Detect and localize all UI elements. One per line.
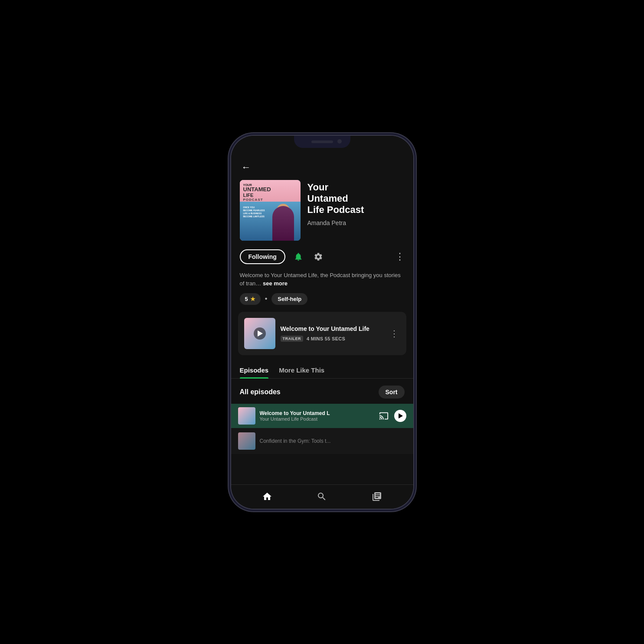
podcast-title: Your Untamed Life Podcast (307, 182, 405, 216)
next-episode-title: Confident in the Gym: Tools t... (260, 438, 406, 444)
episodes-header: All episodes Sort (231, 384, 413, 404)
nav-library[interactable] (372, 491, 382, 502)
mini-play-button[interactable] (394, 410, 406, 422)
podcast-info-section: YOUR UNTAMED LIFE PODCAST ONCE YOUBECOME… (231, 178, 413, 248)
podcast-details: Your Untamed Life Podcast Amanda Petra (307, 180, 405, 226)
tags-row: 5 ★ • Self-help (231, 293, 413, 312)
settings-icon (314, 252, 323, 262)
library-icon (372, 491, 382, 502)
featured-episode-thumbnail (244, 318, 275, 349)
search-svg (317, 491, 327, 502)
home-svg (262, 491, 272, 502)
mini-player[interactable]: Welcome to Your Untamed L Your Untamed L… (231, 404, 413, 428)
trailer-badge: TRAILER (281, 336, 304, 342)
nav-home[interactable] (262, 491, 272, 502)
featured-episode-meta: TRAILER 4 MINS 55 SECS (281, 336, 383, 342)
nav-search[interactable] (317, 491, 327, 502)
bottom-navigation (231, 484, 413, 509)
tab-more-like-this[interactable]: More Like This (279, 362, 324, 378)
artwork-person (266, 202, 296, 241)
header: ← (231, 155, 413, 178)
artwork-tagline: ONCE YOUBECOME FEARLESSLIFE & BUSINESSBE… (243, 206, 265, 218)
mini-play-triangle (399, 413, 403, 418)
cast-icon (379, 411, 389, 421)
main-content: ← YOUR UNTAMED LIFE PODCAST (231, 155, 413, 484)
sort-button[interactable]: Sort (379, 386, 405, 399)
episode-duration: 4 MINS 55 SECS (307, 336, 345, 341)
mini-player-thumbnail (238, 407, 255, 425)
phone-screen: ← YOUR UNTAMED LIFE PODCAST (231, 136, 413, 509)
podcast-artwork: YOUR UNTAMED LIFE PODCAST ONCE YOUBECOME… (240, 180, 301, 241)
search-icon (317, 491, 327, 502)
podcast-author: Amanda Petra (307, 219, 405, 226)
tabs-row: Episodes More Like This (231, 362, 413, 379)
play-triangle (258, 330, 263, 337)
action-row: Following ⋮ (231, 248, 413, 269)
phone-frame: ← YOUR UNTAMED LIFE PODCAST (231, 136, 413, 509)
episode-more-button[interactable]: ⋮ (388, 327, 400, 340)
rating-value: 5 (245, 296, 248, 302)
more-options-button[interactable]: ⋮ (395, 251, 405, 262)
next-episode-preview: Confident in the Gym: Tools t... (231, 428, 413, 454)
featured-episode-card[interactable]: Welcome to Your Untamed Life TRAILER 4 M… (238, 312, 406, 355)
library-svg (372, 491, 382, 502)
mini-player-controls (378, 410, 406, 422)
artwork-top: YOUR UNTAMED LIFE PODCAST (240, 180, 301, 202)
category-badge[interactable]: Self-help (271, 293, 307, 305)
back-button[interactable]: ← (240, 160, 253, 175)
settings-button[interactable] (311, 250, 325, 264)
artwork-bottom: ONCE YOUBECOME FEARLESSLIFE & BUSINESSBE… (240, 202, 301, 240)
featured-episode-title: Welcome to Your Untamed Life (281, 325, 383, 333)
following-button[interactable]: Following (240, 249, 285, 264)
mini-player-title: Welcome to Your Untamed L (260, 410, 373, 416)
cast-device-button[interactable] (378, 410, 390, 422)
play-overlay (254, 327, 266, 340)
bell-button[interactable] (291, 250, 305, 264)
dot-separator: • (265, 295, 268, 303)
star-icon: ★ (250, 296, 255, 302)
podcast-description: Welcome to Your Untamed Life, the Podcas… (231, 269, 413, 293)
featured-episode-info: Welcome to Your Untamed Life TRAILER 4 M… (281, 325, 383, 341)
tab-episodes[interactable]: Episodes (240, 362, 269, 378)
phone-notch (294, 136, 350, 148)
all-episodes-label: All episodes (240, 388, 281, 396)
see-more-link[interactable]: see more (263, 280, 288, 287)
mini-player-info: Welcome to Your Untamed L Your Untamed L… (260, 410, 373, 422)
rating-badge: 5 ★ (240, 293, 261, 305)
mini-player-subtitle: Your Untamed Life Podcast (260, 416, 373, 422)
artwork-title: YOUR UNTAMED LIFE PODCAST (243, 183, 297, 202)
home-icon (262, 491, 272, 502)
next-episode-thumbnail (238, 432, 255, 450)
bell-icon (294, 252, 303, 262)
